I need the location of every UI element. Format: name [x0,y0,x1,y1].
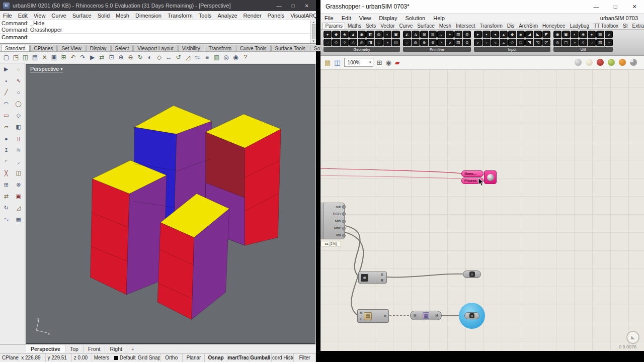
scroll-up-icon[interactable]: ▲ [312,21,315,24]
move-tool-icon[interactable]: ⇄ [0,191,13,202]
select-icon[interactable]: ▶ [88,54,97,61]
gh-maximize-button[interactable]: □ [606,0,625,14]
menu-item[interactable]: Help [429,15,449,21]
menu-item[interactable]: File [0,13,15,19]
gh-tab[interactable]: SI [621,23,630,29]
palette-component-icon[interactable]: ◈ [579,31,587,38]
palette-component-icon[interactable]: ▵ [500,39,508,46]
component-output[interactable]: Min [324,217,344,224]
component-input[interactable]: M [414,314,416,317]
status-pane[interactable]: Gumball [250,353,272,362]
toolbar-tab[interactable]: Visibility [178,45,204,51]
toolbar-tab[interactable]: Standard [1,45,30,51]
component-output[interactable]: M [384,314,386,318]
palette-component-icon[interactable]: ■ [517,31,525,38]
palette-component-icon[interactable]: ◍ [412,39,420,46]
properties-icon[interactable]: ▥ [212,54,221,61]
red-marker-icon[interactable]: ▰ [395,59,400,66]
gumball-icon[interactable]: ◉ [231,54,240,61]
menu-item[interactable]: Dimension [132,13,165,19]
palette-component-icon[interactable]: ◎ [553,39,561,46]
units-indicator[interactable]: Meters [92,353,112,362]
toolbar-tab[interactable]: Display [86,45,111,51]
palette-component-icon[interactable]: ◑ [383,39,391,46]
gh-canvas[interactable]: Geno... Fitness outRGBMinMaxVal ss {1%} … [320,69,644,351]
viewport-tab[interactable]: Front [84,345,106,352]
mesh-relay-component[interactable]: M ▦ M [410,311,442,320]
circle-icon[interactable]: ○ [13,86,25,98]
galapagos-solver-core[interactable] [484,170,497,184]
palette-component-icon[interactable]: ◃ [491,39,499,46]
curve-icon[interactable]: ∿ [13,75,25,86]
palette-component-icon[interactable]: ◉ [358,31,366,38]
palette-component-icon[interactable]: ◐ [383,31,391,38]
toolbar-tab[interactable]: Transform [205,45,235,51]
gh-tab[interactable]: Dis [505,23,516,29]
gh-tab[interactable]: Curve [397,23,415,29]
palette-component-icon[interactable]: □ [517,39,525,46]
3d-scene[interactable] [26,64,315,343]
menu-item[interactable]: Display [375,15,401,21]
join-icon[interactable]: ⊞ [0,179,13,191]
palette-component-icon[interactable]: ◐ [571,31,579,38]
palette-component-icon[interactable]: ◔ [437,39,445,46]
zoom-level-select[interactable]: 100% ▾ [344,58,373,67]
redo-icon[interactable]: ↷ [78,54,88,61]
menu-item[interactable]: Surface [69,13,95,19]
status-pane[interactable]: SmartTrack [227,353,250,362]
extrude-icon[interactable]: ↥ [0,144,13,156]
palette-component-icon[interactable]: ◈ [341,31,349,38]
zoom-out-icon[interactable]: ⊖ [126,54,135,61]
menu-item[interactable]: Mesh [113,13,132,19]
gh-tab[interactable]: Maths [345,23,363,29]
sketch-tool-icon[interactable]: ⊞ [377,59,382,66]
gh-tab[interactable]: Intersect [454,23,477,29]
close-button[interactable]: ✕ [305,3,309,9]
palette-component-icon[interactable]: ◣ [534,31,542,38]
osnap-icon[interactable]: ◎ [221,54,231,61]
current-layer[interactable]: Default [112,353,138,362]
palette-component-icon[interactable]: ▢ [562,39,570,46]
palette-component-icon[interactable]: ◭ [403,31,411,38]
menu-item[interactable]: Transform [165,13,196,19]
polyline-icon[interactable]: ╱ [0,86,13,98]
ladybug-icon[interactable] [608,59,615,66]
palette-component-icon[interactable]: ◥ [525,39,533,46]
gh-titlebar[interactable]: Grasshopper - urbanSIM 0703* — □ ✕ [320,0,644,14]
print-icon[interactable]: ▤ [30,54,40,61]
palette-component-icon[interactable]: ◒ [437,31,445,38]
gh-minimize-button[interactable]: — [587,0,606,14]
palette-component-icon[interactable]: ▨ [454,39,462,46]
maximize-button[interactable]: □ [292,3,295,9]
palette-component-icon[interactable]: ▿ [482,39,491,46]
help-icon[interactable]: ? [240,54,250,61]
sphere-icon[interactable]: ● [0,133,13,144]
palette-component-icon[interactable]: ▹ [474,39,482,46]
honeybee-icon[interactable] [619,59,626,66]
palette-component-icon[interactable]: △ [349,39,357,46]
rotate-icon[interactable]: ↺ [174,54,183,61]
menu-item[interactable]: View [355,15,375,21]
arc-icon[interactable]: ◠ [0,98,13,110]
palette-component-icon[interactable]: ◇ [332,39,340,46]
shaded-preview-icon[interactable] [597,59,604,66]
menu-item[interactable]: Panels [265,13,288,19]
palette-component-icon[interactable]: ⊘ [463,39,471,46]
palette-component-icon[interactable]: ⊕ [420,39,428,46]
palette-component-icon[interactable]: ⊞ [420,31,428,38]
command-scrollbar[interactable]: ▲ ▼ [310,20,316,43]
palette-component-icon[interactable]: ◌ [375,39,383,46]
rotate-view-icon[interactable]: ↻ [135,54,145,61]
component-output[interactable]: Val [324,232,344,239]
shaded-view-icon[interactable]: ◐ [145,54,154,61]
scale-tool-icon[interactable]: ◿ [13,202,25,214]
palette-component-icon[interactable]: ◓ [446,31,454,38]
palette-component-icon[interactable]: ◎ [358,39,366,46]
copy-icon[interactable]: ▣ [49,54,59,61]
palette-component-icon[interactable]: ⊖ [429,39,437,46]
palette-component-icon[interactable]: ◮ [412,31,420,38]
palette-component-icon[interactable]: ▴ [500,31,508,38]
toolbar-tab[interactable]: Select [111,45,133,51]
palette-component-icon[interactable]: ○ [324,39,332,46]
toolbar-tab[interactable]: Set View [57,45,85,51]
